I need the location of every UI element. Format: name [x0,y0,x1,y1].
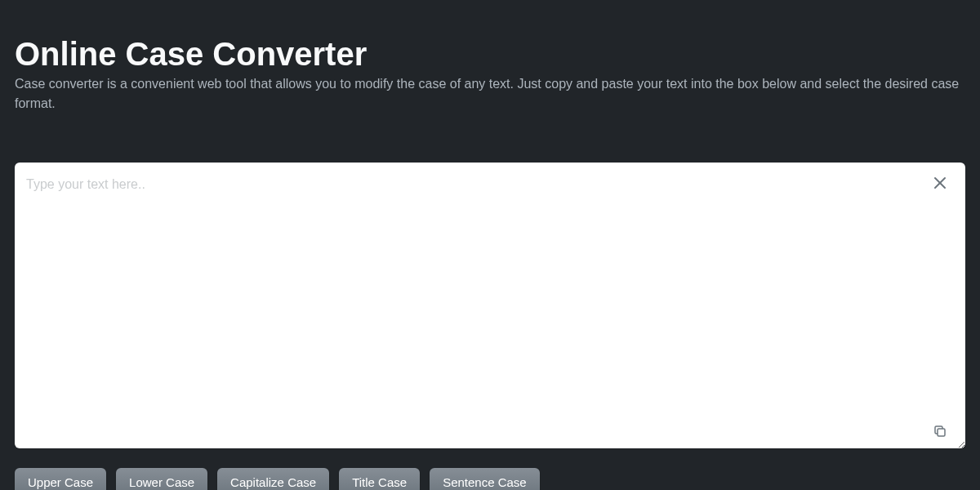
title-case-button[interactable]: Title Case [339,468,420,490]
page-description: Case converter is a convenient web tool … [15,74,965,114]
page-title: Online Case Converter [15,36,965,73]
capitalize-case-button[interactable]: Capitalize Case [217,468,329,490]
text-input[interactable] [15,163,965,448]
upper-case-button[interactable]: Upper Case [15,468,106,490]
svg-rect-2 [938,429,945,436]
button-row: Upper Case Lower Case Capitalize Case Ti… [15,468,965,490]
clear-icon[interactable] [933,176,947,190]
lower-case-button[interactable]: Lower Case [116,468,207,490]
textarea-wrapper [15,163,965,452]
sentence-case-button[interactable]: Sentence Case [430,468,540,490]
copy-icon[interactable] [933,424,947,439]
